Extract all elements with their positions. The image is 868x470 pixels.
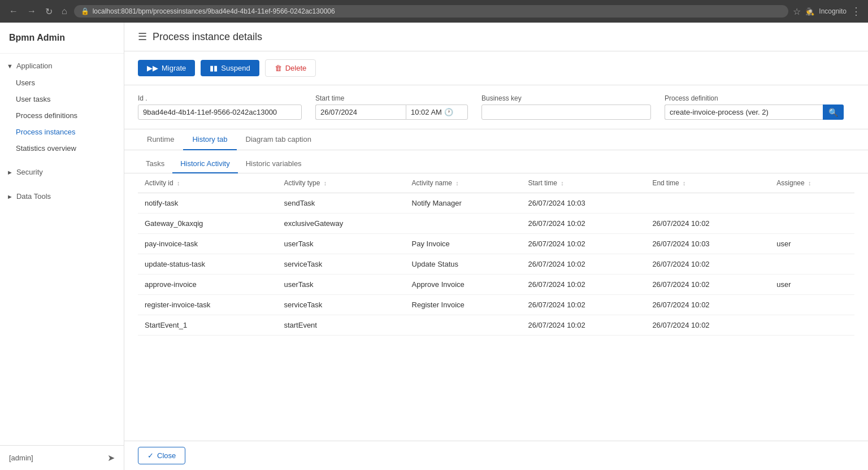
sort-icon-activity-name: ↕ [455,180,459,186]
fields-area: Id . Start time 10:02 AM 🕐 Business key [124,85,868,129]
process-definition-input[interactable] [665,105,823,120]
home-button[interactable]: ⌂ [59,4,70,19]
field-id: Id . [138,94,302,120]
table-row: Gateway_0kaxqigexclusiveGateway26/07/202… [138,214,854,234]
cell-assignee: user [770,234,854,254]
cell-end-time: 26/07/2024 10:02 [645,254,770,275]
tab-history[interactable]: History tab [183,129,236,150]
menu-icon[interactable]: ☰ [138,31,147,43]
field-process-definition: Process definition 🔍 [665,94,844,120]
migrate-icon: ▶▶ [147,64,158,72]
forward-button[interactable]: → [25,4,38,19]
tab-historic-variables[interactable]: Historic variables [238,155,310,173]
col-assignee[interactable]: Assignee ↕ [770,173,854,193]
tab-tasks[interactable]: Tasks [138,155,172,173]
sidebar-group-security[interactable]: ► Security [0,163,124,181]
col-activity-name[interactable]: Activity name ↕ [405,173,522,193]
cell-activity-name: Notify Manager [405,193,522,214]
cell-end-time: 26/07/2024 10:02 [645,315,770,336]
clock-icon: 🕐 [444,108,453,116]
cell-end-time: 26/07/2024 10:02 [645,275,770,295]
more-icon[interactable]: ⋮ [851,5,861,18]
sidebar-security-section: ► Security [0,160,124,184]
date-group: 10:02 AM 🕐 [315,105,468,120]
sidebar-application-section: ▼ Application Users User tasks Process d… [0,54,124,160]
table-row: register-invoice-taskserviceTaskRegister… [138,295,854,315]
sidebar-footer: [admin] ➤ [0,445,124,470]
chevron-right-icon: ► [7,169,13,176]
chevron-down-icon: ▼ [7,63,13,69]
cell-activity-id: approve-invoice [138,275,277,295]
top-bar: ☰ Process instance details [124,23,868,51]
cell-activity-type: exclusiveGateway [277,214,405,234]
footer-user: [admin] [9,454,33,462]
sidebar-item-users[interactable]: Users [0,75,124,91]
secondary-tabs: Tasks Historic Activity Historic variabl… [124,150,868,173]
table-row: pay-invoice-taskuserTaskPay Invoice26/07… [138,234,854,254]
tab-runtime[interactable]: Runtime [138,129,183,150]
lock-icon: 🔒 [81,7,89,15]
sidebar-item-process-instances[interactable]: Process instances [0,124,124,140]
security-label: Security [16,168,43,176]
col-start-time[interactable]: Start time ↕ [521,173,645,193]
table-row: notify-tasksendTaskNotify Manager26/07/2… [138,193,854,214]
incognito-icon: 🕵 [805,7,814,16]
delete-icon: 🗑 [275,64,282,72]
logout-icon[interactable]: ➤ [107,452,115,463]
col-activity-id[interactable]: Activity id ↕ [138,173,277,193]
business-key-input[interactable] [481,105,651,120]
cell-start-time: 26/07/2024 10:02 [521,275,645,295]
url-text: localhost:8081/bpm/processinstances/9bad… [93,7,335,15]
back-button[interactable]: ← [7,4,20,19]
def-group: 🔍 [665,105,844,120]
cell-activity-type: startEvent [277,315,405,336]
sidebar-item-statistics-overview[interactable]: Statistics overview [0,140,124,156]
chevron-right-icon2: ► [7,193,13,200]
cell-start-time: 26/07/2024 10:02 [521,315,645,336]
col-end-time[interactable]: End time ↕ [645,173,770,193]
field-business-key: Business key [481,94,651,120]
process-definition-label: Process definition [665,94,844,102]
col-activity-type[interactable]: Activity type ↕ [277,173,405,193]
cell-end-time: 26/07/2024 10:02 [645,295,770,315]
table-row: update-status-taskserviceTaskUpdate Stat… [138,254,854,275]
historic-activity-table: Activity id ↕ Activity type ↕ Activity n… [138,173,854,336]
id-input[interactable] [138,105,302,120]
sidebar: Bpmn Admin ▼ Application Users User task… [0,23,124,470]
bookmark-icon[interactable]: ☆ [793,6,801,17]
sidebar-group-data-tools[interactable]: ► Data Tools [0,188,124,205]
process-definition-search-button[interactable]: 🔍 [823,105,844,120]
cell-activity-name [405,315,522,336]
cell-activity-id: pay-invoice-task [138,234,277,254]
sort-icon-assignee: ↕ [808,180,811,186]
cell-start-time: 26/07/2024 10:02 [521,254,645,275]
migrate-button[interactable]: ▶▶ Migrate [138,60,195,76]
suspend-button[interactable]: ▮▮ Suspend [201,60,259,76]
browser-chrome: ← → ↻ ⌂ 🔒 localhost:8081/bpm/processinst… [0,0,868,23]
page-title: Process instance details [153,31,262,43]
start-date-input[interactable] [315,105,406,120]
sort-icon-activity-type: ↕ [324,180,327,186]
cell-end-time: 26/07/2024 10:03 [645,234,770,254]
table-header-row: Activity id ↕ Activity type ↕ Activity n… [138,173,854,193]
reload-button[interactable]: ↻ [43,4,55,19]
sidebar-group-application[interactable]: ▼ Application [0,57,124,75]
tab-diagram[interactable]: Diagram tab caption [237,129,320,150]
sidebar-item-user-tasks[interactable]: User tasks [0,91,124,107]
data-tools-label: Data Tools [16,192,51,201]
url-bar[interactable]: 🔒 localhost:8081/bpm/processinstances/9b… [74,5,789,18]
cell-activity-type: userTask [277,234,405,254]
tab-historic-activity[interactable]: Historic Activity [172,155,237,173]
table-row: approve-invoiceuserTaskApprove Invoice26… [138,275,854,295]
cell-activity-id: notify-task [138,193,277,214]
sidebar-data-tools-section: ► Data Tools [0,184,124,208]
delete-button[interactable]: 🗑 Delete [265,59,316,77]
cell-assignee [770,254,854,275]
cell-assignee [770,193,854,214]
cell-activity-id: StartEvent_1 [138,315,277,336]
cell-activity-name: Register Invoice [405,295,522,315]
close-button[interactable]: ✓ Close [138,447,185,464]
sidebar-title: Bpmn Admin [0,23,124,54]
sidebar-item-process-definitions[interactable]: Process definitions [0,107,124,124]
cell-assignee [770,214,854,234]
